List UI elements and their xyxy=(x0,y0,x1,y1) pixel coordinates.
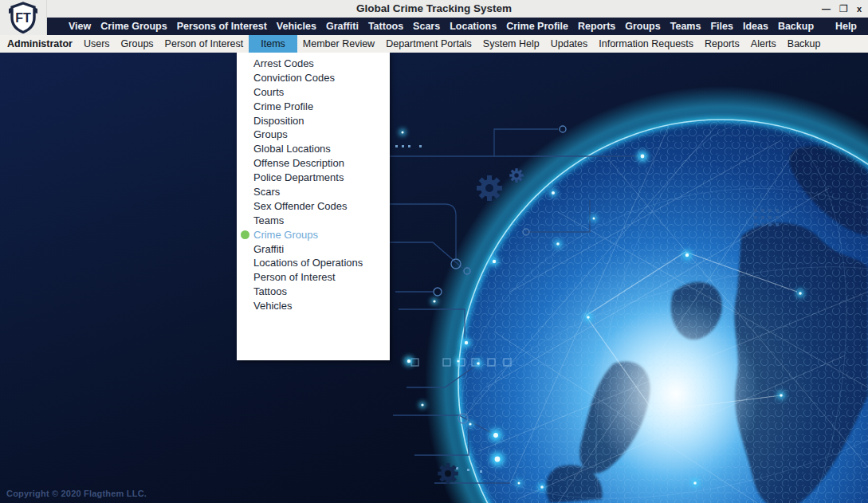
menu-item-ideas[interactable]: Ideas xyxy=(738,18,773,35)
selected-bullet-icon xyxy=(241,230,249,239)
dropdown-item-tattoos[interactable]: Tattoos xyxy=(237,285,390,299)
menu-item-teams[interactable]: Teams xyxy=(666,18,706,35)
dropdown-item-disposition[interactable]: Disposition xyxy=(237,114,390,128)
svg-text:FT: FT xyxy=(15,11,31,25)
menu-item-help[interactable]: Help xyxy=(831,18,862,35)
dropdown-item-teams[interactable]: Teams xyxy=(237,214,390,228)
menu-item-persons-of-interest[interactable]: Persons of Interest xyxy=(172,18,272,35)
menu-item-scars[interactable]: Scars xyxy=(408,18,445,35)
toolbar-item-items[interactable]: Items xyxy=(249,35,297,53)
copyright-text: Copyright © 2020 Flagthem LLC. xyxy=(6,489,147,498)
dropdown-item-crime-groups[interactable]: Crime Groups xyxy=(237,228,390,242)
menu-item-vehicles[interactable]: Vehicles xyxy=(272,18,321,35)
toolbar-item-updates[interactable]: Updates xyxy=(545,35,594,53)
window-title: Global Crime Tracking System xyxy=(0,0,868,18)
toolbar-item-groups[interactable]: Groups xyxy=(116,35,159,53)
menu-item-view[interactable]: View xyxy=(64,18,96,35)
dropdown-item-arrest-codes[interactable]: Arrest Codes xyxy=(237,57,390,71)
toolbar-item-backup[interactable]: Backup xyxy=(782,35,827,53)
menu-item-graffiti[interactable]: Graffiti xyxy=(321,18,363,35)
dropdown-item-crime-profile[interactable]: Crime Profile xyxy=(237,100,390,114)
gear-icon xyxy=(477,175,502,201)
toolbar-item-administrator[interactable]: Administrator xyxy=(2,35,78,53)
dropdown-item-offense-description[interactable]: Offense Description xyxy=(237,156,390,171)
menu-item-tattoos[interactable]: Tattoos xyxy=(363,18,408,35)
menu-item-reports[interactable]: Reports xyxy=(573,18,620,35)
toolbar-item-person-of-interest[interactable]: Person of Interest xyxy=(159,35,249,53)
main-menubar: ViewCrime GroupsPersons of InterestVehic… xyxy=(0,18,868,35)
dropdown-item-graffiti[interactable]: Graffiti xyxy=(237,242,390,257)
dropdown-item-groups[interactable]: Groups xyxy=(237,128,390,142)
toolbar-item-department-portals[interactable]: Department Portals xyxy=(380,35,477,53)
admin-toolbar: AdministratorUsersGroupsPerson of Intere… xyxy=(0,35,868,53)
toolbar-item-reports[interactable]: Reports xyxy=(699,35,745,53)
toolbar-item-system-help[interactable]: System Help xyxy=(477,35,545,53)
toolbar-item-alerts[interactable]: Alerts xyxy=(745,35,782,53)
restore-button[interactable]: ❐ xyxy=(839,0,848,18)
dropdown-item-person-of-interest[interactable]: Person of Interest xyxy=(237,270,390,285)
menu-item-groups[interactable]: Groups xyxy=(620,18,665,35)
shield-logo-icon: FT xyxy=(6,2,40,33)
background-art xyxy=(0,53,868,503)
title-bar: Global Crime Tracking System —❐x xyxy=(0,0,868,18)
dropdown-item-scars[interactable]: Scars xyxy=(237,185,390,199)
toolbar-item-users[interactable]: Users xyxy=(78,35,116,53)
menu-item-crime-profile[interactable]: Crime Profile xyxy=(501,18,573,35)
gear-icon xyxy=(509,168,524,183)
dropdown-item-courts[interactable]: Courts xyxy=(237,85,390,100)
dropdown-item-locations-of-operations[interactable]: Locations of Operations xyxy=(237,256,390,270)
menu-item-backup[interactable]: Backup xyxy=(773,18,819,35)
dropdown-item-sex-offender-codes[interactable]: Sex Offender Codes xyxy=(237,199,390,214)
close-button[interactable]: x xyxy=(857,0,862,18)
gear-icon xyxy=(438,463,458,484)
main-content: Arrest CodesConviction CodesCourtsCrime … xyxy=(0,53,868,503)
minimize-button[interactable]: — xyxy=(822,0,831,18)
menu-item-locations[interactable]: Locations xyxy=(445,18,501,35)
dropdown-item-global-locations[interactable]: Global Locations xyxy=(237,142,390,156)
toolbar-item-member-review[interactable]: Member Review xyxy=(297,35,380,53)
dropdown-item-conviction-codes[interactable]: Conviction Codes xyxy=(237,71,390,85)
app-logo: FT xyxy=(0,0,47,35)
toolbar-item-information-requests[interactable]: Information Requests xyxy=(593,35,699,53)
menu-item-crime-groups[interactable]: Crime Groups xyxy=(96,18,171,35)
dropdown-item-police-departments[interactable]: Police Departments xyxy=(237,171,390,185)
menu-item-files[interactable]: Files xyxy=(705,18,738,35)
dropdown-item-vehicles[interactable]: Vehicles xyxy=(237,299,390,313)
items-dropdown-menu: Arrest CodesConviction CodesCourtsCrime … xyxy=(237,53,390,360)
window-controls: —❐x xyxy=(822,0,862,18)
